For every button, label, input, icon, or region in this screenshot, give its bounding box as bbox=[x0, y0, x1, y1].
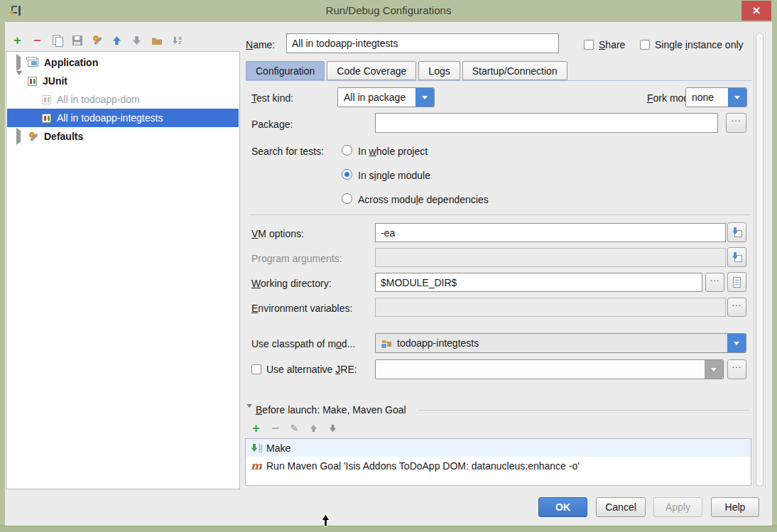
dialog-title: Run/Debug Configurations bbox=[0, 4, 777, 16]
before-launch-move-up-button[interactable] bbox=[308, 423, 320, 435]
tab-configuration[interactable]: Configuration bbox=[246, 61, 325, 80]
expand-expanded-icon[interactable] bbox=[16, 75, 22, 87]
radio-whole-project[interactable] bbox=[342, 145, 352, 156]
before-launch-edit-button[interactable]: ✎ bbox=[288, 423, 300, 435]
ok-button[interactable]: OK bbox=[538, 497, 587, 517]
vm-options-expand-button[interactable] bbox=[727, 222, 746, 242]
before-launch-collapse-icon[interactable] bbox=[246, 408, 252, 419]
arrow-up-icon bbox=[310, 424, 317, 433]
expand-collapsed-icon[interactable] bbox=[16, 57, 22, 68]
alternative-jre-browse-button[interactable]: ... bbox=[727, 359, 746, 379]
section-separator bbox=[250, 215, 751, 215]
close-icon: × bbox=[752, 3, 760, 18]
radio-across-modules[interactable] bbox=[342, 193, 352, 204]
test-kind-dropdown[interactable]: All in package bbox=[337, 87, 435, 107]
before-launch-item-maven-goal[interactable]: m Run Maven Goal 'Isis Addons ToDoApp DO… bbox=[246, 457, 751, 474]
vm-options-input[interactable]: -ea bbox=[375, 223, 726, 242]
scrollbar[interactable] bbox=[754, 31, 766, 489]
share-checkbox[interactable] bbox=[584, 40, 594, 50]
alternative-jre-label: Use alternative JRE: bbox=[266, 364, 357, 375]
panel-splitter[interactable] bbox=[240, 22, 245, 489]
tab-code-coverage[interactable]: Code Coverage bbox=[327, 61, 416, 80]
working-directory-browse-button[interactable]: ... bbox=[705, 273, 724, 292]
name-label: Name: bbox=[246, 39, 275, 50]
edit-defaults-button[interactable] bbox=[91, 35, 103, 47]
tree-item-label: All in todoapp-integtests bbox=[57, 112, 163, 124]
single-instance-label: Single instance only bbox=[655, 39, 744, 50]
radio-whole-project-label: In whole project bbox=[358, 146, 428, 157]
close-button[interactable]: × bbox=[741, 1, 771, 21]
remove-configuration-button[interactable]: − bbox=[31, 35, 43, 47]
tab-logs[interactable]: Logs bbox=[418, 61, 460, 80]
chevron-down-icon[interactable] bbox=[727, 334, 746, 352]
folder-icon bbox=[151, 36, 163, 45]
working-directory-input[interactable]: $MODULE_DIR$ bbox=[375, 273, 702, 292]
single-instance-checkbox[interactable] bbox=[640, 40, 650, 50]
before-launch-add-button[interactable]: + bbox=[250, 423, 262, 435]
save-configuration-button[interactable] bbox=[71, 35, 83, 47]
tabs-underline bbox=[246, 80, 751, 81]
chevron-down-icon[interactable] bbox=[728, 88, 746, 107]
test-kind-label: Test kind: bbox=[251, 92, 293, 104]
tree-item-all-in-todoapp-integtests[interactable]: All in todoapp-integtests bbox=[7, 109, 239, 127]
settings-tabs: Configuration Code Coverage Logs Startup… bbox=[246, 61, 570, 80]
name-input[interactable]: All in todoapp-integtests bbox=[286, 33, 559, 53]
before-launch-item-make[interactable]: 01 10 01 Make bbox=[246, 439, 751, 457]
tree-item-label: Defaults bbox=[44, 131, 83, 142]
package-browse-button[interactable]: ... bbox=[726, 113, 746, 133]
junit-config-icon bbox=[42, 114, 51, 123]
move-up-button[interactable] bbox=[111, 35, 123, 47]
document-icon bbox=[733, 277, 741, 288]
help-button[interactable]: Help bbox=[711, 497, 759, 517]
package-input[interactable] bbox=[375, 113, 718, 133]
tree-item-all-in-todoapp-dom[interactable]: All in todoapp-dom bbox=[7, 90, 239, 109]
window-border-right bbox=[772, 22, 777, 526]
environment-variables-browse-button[interactable]: ... bbox=[727, 298, 746, 317]
tree-item-application[interactable]: Application bbox=[7, 53, 239, 72]
window-border-left bbox=[0, 22, 5, 526]
before-launch-move-down-button[interactable] bbox=[327, 423, 339, 435]
dialog-titlebar[interactable]: Run/Debug Configurations × bbox=[0, 0, 777, 22]
save-icon bbox=[72, 36, 82, 45]
module-icon bbox=[381, 339, 393, 348]
working-directory-label: Working directory: bbox=[251, 278, 332, 289]
working-directory-macros-button[interactable] bbox=[727, 272, 746, 292]
alternative-jre-checkbox[interactable] bbox=[251, 364, 261, 374]
ellipsis-icon: ... bbox=[710, 273, 720, 283]
sort-arrow-icon bbox=[172, 36, 178, 45]
program-arguments-label: Program arguments: bbox=[251, 253, 342, 264]
tree-item-label: All in todoapp-dom bbox=[57, 94, 140, 105]
chevron-down-icon bbox=[705, 360, 723, 379]
program-arguments-input bbox=[375, 248, 726, 267]
program-arguments-expand-button[interactable] bbox=[727, 247, 746, 267]
create-folder-button[interactable] bbox=[151, 35, 163, 47]
make-icon: 01 10 01 bbox=[251, 443, 263, 452]
sort-configurations-button[interactable]: a z bbox=[170, 35, 183, 47]
sort-az-label: a z bbox=[179, 36, 182, 45]
before-launch-toolbar: + − ✎ bbox=[250, 422, 339, 435]
radio-across-modules-label: Across module dependencies bbox=[358, 194, 489, 205]
radio-single-module-label: In single module bbox=[358, 170, 430, 181]
fork-mode-dropdown[interactable]: none bbox=[685, 87, 747, 107]
expand-collapsed-icon[interactable] bbox=[16, 131, 22, 142]
tab-startup-connection[interactable]: Startup/Connection bbox=[462, 61, 567, 80]
before-launch-remove-button[interactable]: − bbox=[269, 423, 281, 435]
paste-expand-icon bbox=[731, 227, 743, 238]
classpath-module-label: Use classpath of mod... bbox=[251, 338, 355, 349]
tree-item-junit[interactable]: JUnit bbox=[7, 72, 239, 90]
before-launch-header: Before launch: Make, Maven Goal bbox=[256, 404, 406, 416]
classpath-module-dropdown[interactable]: todoapp-integtests bbox=[375, 333, 746, 353]
tree-item-defaults[interactable]: Defaults bbox=[7, 127, 239, 146]
chevron-down-icon[interactable] bbox=[415, 88, 434, 107]
add-configuration-button[interactable]: + bbox=[11, 35, 23, 47]
junit-icon bbox=[28, 77, 37, 86]
copy-configuration-button[interactable] bbox=[51, 35, 63, 47]
share-label: Share bbox=[599, 39, 625, 50]
scrollbar-thumb[interactable] bbox=[756, 33, 764, 487]
radio-single-module[interactable] bbox=[342, 169, 352, 180]
environment-variables-label: Environment variables: bbox=[251, 303, 352, 314]
cancel-button[interactable]: Cancel bbox=[596, 497, 646, 517]
run-debug-configurations-dialog: Run/Debug Configurations × + − a z Appli… bbox=[0, 0, 777, 532]
move-down-button[interactable] bbox=[131, 35, 143, 47]
before-launch-header-line bbox=[418, 410, 751, 411]
